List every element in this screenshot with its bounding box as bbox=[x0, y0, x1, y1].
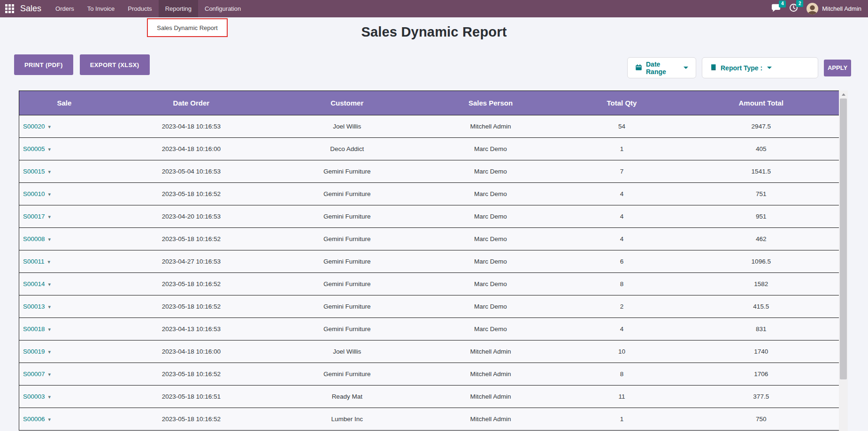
cell-date-order: 2023-05-18 10:16:52 bbox=[109, 295, 273, 318]
column-header-amount-total: Amount Total bbox=[684, 91, 839, 115]
messages-button[interactable]: 4 bbox=[771, 4, 781, 14]
table-header-row: SaleDate OrderCustomerSales PersonTotal … bbox=[19, 91, 839, 115]
cell-amount-total: 462 bbox=[684, 228, 839, 250]
sale-order-link[interactable]: S00010 bbox=[23, 190, 45, 197]
sale-order-link[interactable]: S00006 bbox=[23, 416, 45, 423]
caret-down-icon[interactable]: ▾ bbox=[48, 281, 51, 287]
cell-customer: Gemini Furniture bbox=[273, 318, 421, 340]
cell-customer: Joel Willis bbox=[273, 340, 421, 363]
report-type-filter[interactable]: Report Type : bbox=[702, 57, 818, 78]
sale-order-link[interactable]: S00020 bbox=[23, 123, 45, 130]
user-menu[interactable]: Mitchell Admin bbox=[807, 3, 861, 15]
cell-sales-person: Marc Demo bbox=[421, 160, 561, 183]
cell-amount-total: 750 bbox=[684, 408, 839, 431]
cell-sales-person: Marc Demo bbox=[421, 228, 561, 250]
export-buttons: PRINT (PDF) EXPORT (XLSX) bbox=[14, 54, 150, 75]
sale-order-link[interactable]: S00011 bbox=[23, 258, 45, 265]
systray: 4 2 Mitchell Admin bbox=[771, 0, 868, 17]
caret-down-icon[interactable]: ▾ bbox=[48, 169, 51, 174]
cell-total-qty: 10 bbox=[560, 340, 683, 363]
sale-order-link[interactable]: S00003 bbox=[23, 393, 45, 400]
cell-amount-total: 751 bbox=[684, 183, 839, 205]
sale-order-link[interactable]: S00013 bbox=[23, 303, 45, 310]
sale-order-link[interactable]: S00015 bbox=[23, 168, 45, 175]
app-brand[interactable]: Sales bbox=[20, 4, 41, 14]
caret-down-icon[interactable]: ▾ bbox=[48, 371, 51, 377]
caret-down-icon[interactable]: ▾ bbox=[48, 124, 51, 129]
cell-sales-person: Marc Demo bbox=[421, 273, 561, 295]
cell-sales-person: Mitchell Admin bbox=[421, 386, 561, 408]
filter-bar: Date Range Report Type : APPLY bbox=[627, 57, 851, 78]
cell-sale: S00011▾ bbox=[19, 250, 109, 273]
cell-sale: S00020▾ bbox=[19, 115, 109, 138]
caret-down-icon[interactable]: ▾ bbox=[48, 191, 51, 197]
column-header-sale: Sale bbox=[19, 91, 109, 115]
cell-date-order: 2023-04-18 10:16:00 bbox=[109, 138, 273, 160]
caret-down-icon[interactable]: ▾ bbox=[48, 416, 51, 422]
cell-total-qty: 4 bbox=[560, 183, 683, 205]
menu-item-orders[interactable]: Orders bbox=[49, 0, 81, 17]
caret-down-icon[interactable]: ▾ bbox=[48, 349, 51, 355]
caret-down-icon[interactable]: ▾ bbox=[48, 326, 51, 332]
cell-customer: Gemini Furniture bbox=[273, 295, 421, 318]
column-header-customer: Customer bbox=[273, 91, 421, 115]
sale-order-link[interactable]: S00008 bbox=[23, 235, 45, 242]
report-type-label: Report Type : bbox=[721, 64, 762, 72]
menu-item-sales-dynamic-report[interactable]: Sales Dynamic Report bbox=[157, 24, 217, 31]
cell-total-qty: 11 bbox=[560, 386, 683, 408]
date-range-filter[interactable]: Date Range bbox=[627, 57, 696, 78]
caret-down-icon[interactable]: ▾ bbox=[48, 214, 51, 219]
print-pdf-button[interactable]: PRINT (PDF) bbox=[14, 54, 73, 75]
table-row: S00008▾2023-05-18 10:16:52Gemini Furnitu… bbox=[19, 228, 839, 250]
cell-sale: S00005▾ bbox=[19, 138, 109, 160]
cell-total-qty: 1 bbox=[560, 408, 683, 431]
activities-button[interactable]: 2 bbox=[789, 3, 798, 14]
caret-down-icon bbox=[767, 67, 772, 69]
table-row: S00013▾2023-05-18 10:16:52Gemini Furnitu… bbox=[19, 295, 839, 318]
caret-down-icon bbox=[684, 67, 688, 69]
sale-order-link[interactable]: S00019 bbox=[23, 348, 45, 355]
sale-order-link[interactable]: S00007 bbox=[23, 371, 45, 378]
sale-order-link[interactable]: S00014 bbox=[23, 280, 45, 287]
table-scrollbar[interactable] bbox=[839, 91, 848, 431]
date-range-label: Date Range bbox=[646, 60, 679, 76]
cell-date-order: 2023-04-20 10:16:53 bbox=[109, 205, 273, 228]
table-row: S00007▾2023-05-18 10:16:52Gemini Furnitu… bbox=[19, 363, 839, 386]
scrollbar-thumb[interactable] bbox=[840, 98, 847, 379]
cell-customer: Gemini Furniture bbox=[273, 205, 421, 228]
cell-date-order: 2023-05-18 10:16:52 bbox=[109, 228, 273, 250]
menu-item-reporting[interactable]: Reporting bbox=[159, 0, 198, 17]
scroll-up-button[interactable] bbox=[839, 91, 848, 98]
sale-order-link[interactable]: S00017 bbox=[23, 213, 45, 220]
cell-customer: Lumber Inc bbox=[273, 408, 421, 431]
cell-customer: Gemini Furniture bbox=[273, 183, 421, 205]
cell-amount-total: 1740 bbox=[684, 340, 839, 363]
screen: Sales OrdersTo InvoiceProductsReportingC… bbox=[0, 0, 868, 431]
cell-date-order: 2023-04-27 10:16:53 bbox=[109, 250, 273, 273]
cell-sales-person: Marc Demo bbox=[421, 183, 561, 205]
cell-customer: Gemini Furniture bbox=[273, 250, 421, 273]
export-xlsx-button[interactable]: EXPORT (XLSX) bbox=[80, 54, 150, 75]
cell-amount-total: 1541.5 bbox=[684, 160, 839, 183]
cell-sales-person: Marc Demo bbox=[421, 138, 561, 160]
table-row: S00010▾2023-05-18 10:16:52Gemini Furnitu… bbox=[19, 183, 839, 205]
menu-item-configuration[interactable]: Configuration bbox=[198, 0, 247, 17]
caret-down-icon[interactable]: ▾ bbox=[48, 394, 51, 400]
cell-sale: S00015▾ bbox=[19, 160, 109, 183]
caret-down-icon[interactable]: ▾ bbox=[48, 259, 51, 265]
sale-order-link[interactable]: S00018 bbox=[23, 325, 45, 333]
caret-down-icon[interactable]: ▾ bbox=[48, 304, 51, 310]
caret-down-icon[interactable]: ▾ bbox=[48, 146, 51, 152]
cell-total-qty: 6 bbox=[560, 250, 683, 273]
cell-date-order: 2023-04-13 10:16:53 bbox=[109, 318, 273, 340]
apply-button[interactable]: APPLY bbox=[824, 60, 851, 76]
sale-order-link[interactable]: S00005 bbox=[23, 145, 45, 152]
apps-menu-button[interactable] bbox=[0, 0, 18, 17]
menu-item-products[interactable]: Products bbox=[121, 0, 158, 17]
nav-left: Sales OrdersTo InvoiceProductsReportingC… bbox=[0, 0, 247, 17]
menu-item-to-invoice[interactable]: To Invoice bbox=[81, 0, 122, 17]
cell-sales-person: Mitchell Admin bbox=[421, 363, 561, 386]
cell-sales-person: Marc Demo bbox=[421, 205, 561, 228]
caret-down-icon[interactable]: ▾ bbox=[48, 236, 51, 242]
cell-total-qty: 4 bbox=[560, 228, 683, 250]
